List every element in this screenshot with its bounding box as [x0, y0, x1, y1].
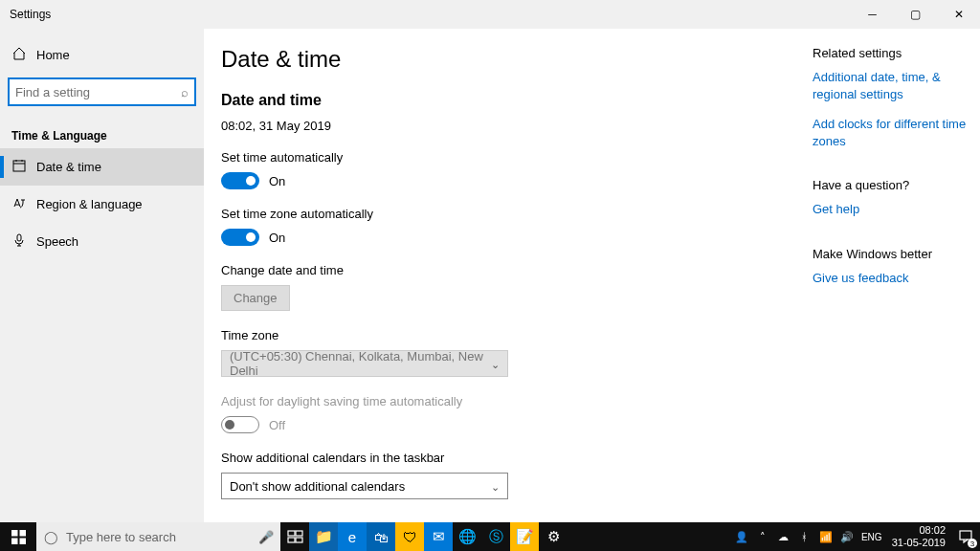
taskbar-app-settings[interactable]: ⚙ [539, 522, 568, 551]
taskbar-mic-icon[interactable]: 🎤 [252, 522, 280, 551]
tray-time: 08:02 [892, 524, 946, 537]
sidebar-search-input[interactable] [15, 85, 181, 99]
task-view-button[interactable] [280, 522, 309, 551]
side-heading-related: Related settings [813, 46, 974, 60]
side-panel: Related settings Additional date, time, … [813, 46, 980, 551]
taskbar-app-file-explorer[interactable]: 📁 [309, 522, 338, 551]
start-button[interactable] [0, 522, 36, 551]
change-button: Change [221, 285, 290, 311]
home-icon [11, 46, 27, 64]
calendars-select[interactable]: Don't show additional calendars [221, 473, 508, 499]
chevron-down-icon [491, 357, 500, 371]
toggle-dst [221, 416, 259, 433]
toggle-set-tz-auto-state: On [269, 231, 285, 245]
tray-wifi-icon[interactable]: 📶 [815, 522, 836, 551]
tray-bluetooth-icon[interactable]: ᚼ [794, 522, 815, 551]
side-heading-better: Make Windows better [813, 247, 974, 261]
tray-notifications[interactable]: 3 [951, 522, 980, 551]
tray-people-icon[interactable]: 👤 [731, 522, 752, 551]
tray-volume-icon[interactable]: 🔊 [836, 522, 858, 551]
notif-badge: 3 [968, 539, 977, 548]
content-main: Date & time Date and time 08:02, 31 May … [221, 46, 813, 551]
svg-rect-2 [11, 530, 18, 537]
svg-rect-1 [17, 234, 21, 241]
toggle-set-time-auto[interactable] [221, 172, 259, 189]
titlebar-text: Settings [10, 8, 51, 21]
svg-rect-4 [11, 538, 18, 544]
tray-language[interactable]: ENG [858, 522, 886, 551]
tray-overflow-icon[interactable]: ˄ [752, 522, 773, 551]
link-add-clocks[interactable]: Add clocks for different time zones [813, 116, 974, 149]
taskbar-app-store[interactable]: 🛍 [367, 522, 395, 551]
svg-rect-8 [288, 538, 295, 542]
toggle-set-tz-auto[interactable] [221, 229, 259, 246]
sidebar-category-label: Time & Language [0, 123, 204, 148]
page-title: Date & time [221, 46, 813, 73]
tray-onedrive-icon[interactable]: ☁ [773, 522, 794, 551]
nav-region-language[interactable]: Region & language [0, 186, 204, 223]
taskbar-search-placeholder: Type here to search [66, 530, 176, 544]
calendar-clock-icon [11, 158, 27, 176]
svg-rect-0 [13, 161, 25, 171]
window-maximize-button[interactable]: ▢ [894, 0, 937, 29]
taskbar-app-skype[interactable]: Ⓢ [481, 522, 510, 551]
svg-rect-9 [296, 538, 302, 542]
label-set-time-auto: Set time automatically [221, 150, 813, 165]
window-close-button[interactable]: ✕ [937, 0, 980, 29]
taskbar-app-security[interactable]: 🛡 [395, 522, 424, 551]
timezone-value: (UTC+05:30) Chennai, Kolkata, Mumbai, Ne… [230, 349, 491, 378]
label-timezone: Time zone [221, 328, 813, 342]
sidebar-search[interactable]: ⌕ [8, 77, 196, 106]
sidebar: Home ⌕ Time & Language Date & time Regio… [0, 29, 204, 551]
svg-rect-6 [288, 531, 295, 536]
svg-rect-5 [19, 538, 26, 544]
taskbar-app-chrome[interactable]: 🌐 [453, 522, 481, 551]
svg-rect-7 [296, 531, 302, 536]
link-regional-settings[interactable]: Additional date, time, & regional settin… [813, 69, 974, 102]
search-icon: ⌕ [181, 85, 189, 99]
nav-item-label: Speech [36, 234, 78, 249]
toggle-set-time-auto-state: On [269, 174, 285, 188]
chevron-down-icon [491, 479, 500, 494]
label-additional-calendars: Show additional calendars in the taskbar [221, 451, 813, 465]
svg-rect-3 [19, 530, 26, 537]
taskbar-app-note[interactable]: 📝 [510, 522, 539, 551]
nav-home-label: Home [36, 48, 70, 62]
timezone-select: (UTC+05:30) Chennai, Kolkata, Mumbai, Ne… [221, 350, 508, 377]
link-get-help[interactable]: Get help [813, 201, 974, 218]
nav-item-label: Date & time [36, 160, 101, 174]
calendars-value: Don't show additional calendars [230, 479, 405, 494]
taskbar-search[interactable]: ◯ Type here to search [36, 522, 252, 551]
nav-home[interactable]: Home [0, 40, 204, 70]
nav-date-time[interactable]: Date & time [0, 148, 204, 186]
microphone-icon [11, 232, 27, 251]
taskbar-app-mail[interactable]: ✉ [424, 522, 453, 551]
nav-item-label: Region & language [36, 197, 143, 211]
taskbar-app-edge[interactable]: e [338, 522, 367, 551]
link-feedback[interactable]: Give us feedback [813, 270, 974, 287]
label-dst: Adjust for daylight saving time automati… [221, 394, 813, 408]
label-set-tz-auto: Set time zone automatically [221, 207, 813, 221]
section-heading-datetime: Date and time [221, 92, 813, 109]
tray-clock[interactable]: 08:02 31-05-2019 [886, 524, 951, 549]
taskbar: ◯ Type here to search 🎤 📁 e 🛍 🛡 ✉ 🌐 Ⓢ 📝 … [0, 522, 980, 551]
current-datetime: 08:02, 31 May 2019 [221, 119, 813, 133]
tray-date: 31-05-2019 [892, 537, 946, 549]
side-heading-question: Have a question? [813, 178, 974, 192]
label-change-datetime: Change date and time [221, 263, 813, 277]
titlebar: Settings ─ ▢ ✕ [0, 0, 980, 29]
window-minimize-button[interactable]: ─ [851, 0, 894, 29]
cortana-icon: ◯ [44, 530, 58, 544]
language-icon [11, 195, 27, 213]
toggle-dst-state: Off [269, 418, 285, 432]
nav-speech[interactable]: Speech [0, 223, 204, 260]
